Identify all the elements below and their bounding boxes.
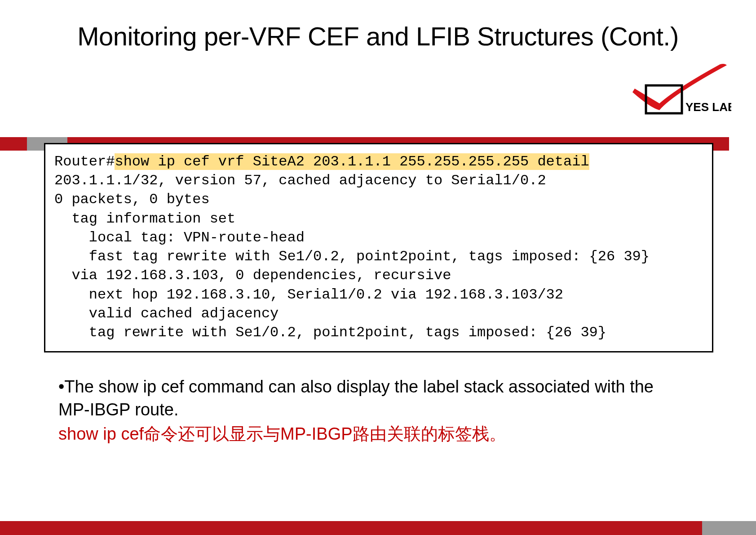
footer-grey-bar <box>702 521 756 535</box>
code-line-3: 0 packets, 0 bytes <box>54 190 707 209</box>
prompt-text: Router# <box>54 153 115 170</box>
yes-lab-logo: YES LAB <box>615 61 731 119</box>
code-line-1: Router#show ip cef vrf SiteA2 203.1.1.1 … <box>54 152 707 171</box>
footer-red-bar <box>0 521 702 535</box>
code-line-7: via 192.168.3.103, 0 dependencies, recur… <box>54 266 707 285</box>
code-line-4: tag information set <box>54 210 707 228</box>
code-line-9: valid cached adjacency <box>54 304 707 323</box>
code-line-10: tag rewrite with Se1/0.2, point2point, t… <box>54 323 707 342</box>
bullet-english: •The show ip cef command can also displa… <box>58 375 684 422</box>
slide-title: Monitoring per-VRF CEF and LFIB Structur… <box>0 20 756 53</box>
code-line-2: 203.1.1.1/32, version 57, cached adjacen… <box>54 171 707 190</box>
bullet-chinese: show ip cef命令还可以显示与MP-IBGP路由关联的标签栈。 <box>58 423 684 446</box>
code-output-box: Router#show ip cef vrf SiteA2 203.1.1.1 … <box>44 143 713 352</box>
command-text: show ip cef vrf SiteA2 203.1.1.1 255.255… <box>115 153 589 170</box>
code-line-5: local tag: VPN-route-head <box>54 228 707 247</box>
slide: Monitoring per-VRF CEF and LFIB Structur… <box>0 20 756 535</box>
code-line-6: fast tag rewrite with Se1/0.2, point2poi… <box>54 247 707 266</box>
logo-text: YES LAB <box>685 100 731 114</box>
code-line-8: next hop 192.168.3.10, Serial1/0.2 via 1… <box>54 285 707 304</box>
